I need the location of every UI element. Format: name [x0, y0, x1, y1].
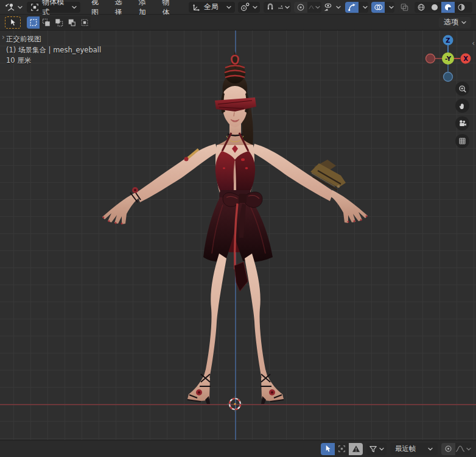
select-mode-invert-button[interactable] — [65, 16, 78, 29]
select-subtract-icon — [55, 18, 63, 27]
magnet-icon — [266, 3, 275, 12]
3d-viewport[interactable]: › ‹ 正交前视图 (1) 场景集合 | mesh_eyeball 10 厘米 — [0, 30, 476, 440]
proportional-editing-toggle[interactable] — [294, 2, 307, 13]
gizmo-minus-x-axis[interactable] — [426, 54, 435, 63]
chevron-down-icon — [253, 5, 257, 9]
falloff-icon — [309, 3, 314, 12]
sash-ribbon — [234, 262, 248, 291]
left-shoe — [187, 374, 211, 404]
pivot-point-dropdown[interactable] — [238, 2, 260, 13]
proportional-falloff-dropdown[interactable] — [307, 2, 321, 13]
proportional-icon — [296, 3, 305, 12]
left-hand — [102, 191, 140, 224]
select-set-icon — [29, 18, 38, 27]
orientation-icon — [192, 3, 201, 12]
editor-type-icon — [5, 2, 15, 12]
camera-icon — [458, 119, 467, 127]
chevron-down-icon — [315, 5, 320, 9]
warning-icon — [352, 445, 360, 453]
proportional-icon — [444, 445, 452, 453]
gizmo-toggle-icon — [348, 3, 356, 12]
select-invert-icon — [68, 18, 76, 27]
character-model[interactable] — [0, 30, 476, 440]
gizmo-minus-z-axis[interactable] — [444, 73, 453, 82]
pan-icon — [458, 102, 466, 110]
marquee-box-icon — [338, 445, 346, 453]
right-shoe — [261, 374, 284, 404]
viewport-header: 物体模式 视图 选择 添加 物体 全局 — [0, 0, 476, 15]
shading-wireframe-icon — [417, 3, 425, 12]
select-mode-set-button[interactable] — [27, 16, 40, 29]
chevron-down-icon — [363, 5, 368, 9]
gizmo-dropdown[interactable] — [359, 2, 368, 13]
object-type-visibility-dropdown[interactable] — [321, 2, 342, 13]
gizmo-y-label: -Y — [445, 55, 452, 62]
left-leg — [203, 253, 226, 379]
options-dropdown[interactable]: 选项 — [439, 17, 471, 28]
active-tool-tweak-button[interactable] — [5, 16, 21, 29]
camera-view-button[interactable] — [455, 116, 469, 130]
bodice-left — [215, 151, 235, 191]
proportional-editing-toggle-bottom[interactable] — [441, 443, 455, 455]
channel-filter-group — [321, 443, 363, 455]
shading-solid-button[interactable] — [428, 2, 441, 13]
right-leg — [245, 253, 268, 379]
proportional-group — [294, 2, 321, 13]
viewport-shading-group — [415, 2, 472, 13]
shading-rendered-button[interactable] — [455, 2, 468, 13]
navigation-gizmo[interactable]: Z X -Y — [422, 33, 474, 89]
tool-settings-bar: 选项 — [0, 15, 476, 30]
only-errors-toggle[interactable] — [349, 443, 363, 455]
filter-dropdown[interactable] — [366, 443, 387, 455]
zoom-button[interactable] — [455, 82, 469, 96]
chevron-down-icon — [379, 447, 384, 451]
pan-button[interactable] — [455, 99, 469, 113]
ortho-toggle-button[interactable] — [455, 134, 469, 148]
left-arm — [136, 144, 218, 202]
chevron-down-icon — [72, 5, 77, 9]
show-hidden-toggle[interactable] — [335, 443, 349, 455]
show-overlays-toggle[interactable] — [371, 2, 385, 13]
xray-icon — [400, 3, 409, 12]
ortho-grid-icon — [458, 137, 466, 145]
shading-material-button[interactable] — [441, 2, 455, 13]
viewport-3d-cursor — [226, 395, 243, 413]
visibility-icon — [323, 2, 333, 12]
snap-toggle-button[interactable] — [264, 2, 277, 13]
shading-dropdown[interactable] — [468, 2, 472, 13]
snap-target-dropdown[interactable] — [277, 2, 291, 13]
overlays-dropdown[interactable] — [385, 2, 394, 13]
overlays-icon — [374, 3, 383, 12]
select-mode-intersect-button[interactable] — [78, 16, 91, 29]
select-mode-group — [27, 16, 91, 29]
editor-type-dropdown[interactable] — [4, 2, 24, 13]
shading-material-icon — [444, 3, 452, 12]
bodice-right — [235, 151, 255, 191]
select-mode-subtract-button[interactable] — [52, 16, 65, 29]
select-mode-extend-button[interactable] — [40, 16, 52, 29]
shading-wireframe-button[interactable] — [415, 2, 428, 13]
show-gizmo-toggle[interactable] — [345, 2, 359, 13]
falloff-icon — [455, 445, 465, 453]
transform-orientation-dropdown[interactable]: 全局 — [189, 2, 235, 13]
select-extend-icon — [42, 18, 51, 27]
select-intersect-icon — [80, 18, 89, 27]
chevron-down-icon — [389, 5, 394, 9]
falloff-dropdown-bottom[interactable] — [455, 443, 471, 455]
object-mode-icon — [30, 3, 39, 12]
filter-icon — [369, 445, 377, 453]
shading-solid-icon — [430, 3, 439, 12]
gizmo-x-label: X — [463, 55, 468, 62]
only-selected-toggle[interactable] — [321, 443, 335, 455]
mode-dropdown[interactable]: 物体模式 — [27, 2, 80, 13]
chevron-down-icon — [428, 447, 433, 451]
chevron-down-icon — [285, 5, 290, 9]
chevron-down-icon — [461, 21, 466, 24]
gizmo-toggle-group — [345, 2, 368, 13]
xray-toggle[interactable] — [398, 2, 411, 13]
chevron-down-icon — [226, 5, 231, 9]
snap-frame-dropdown[interactable]: 最近帧 — [390, 443, 438, 455]
shading-rendered-icon — [457, 3, 466, 12]
animation-editor-header: 最近帧 — [0, 440, 476, 457]
tweak-tool-icon — [9, 18, 17, 27]
